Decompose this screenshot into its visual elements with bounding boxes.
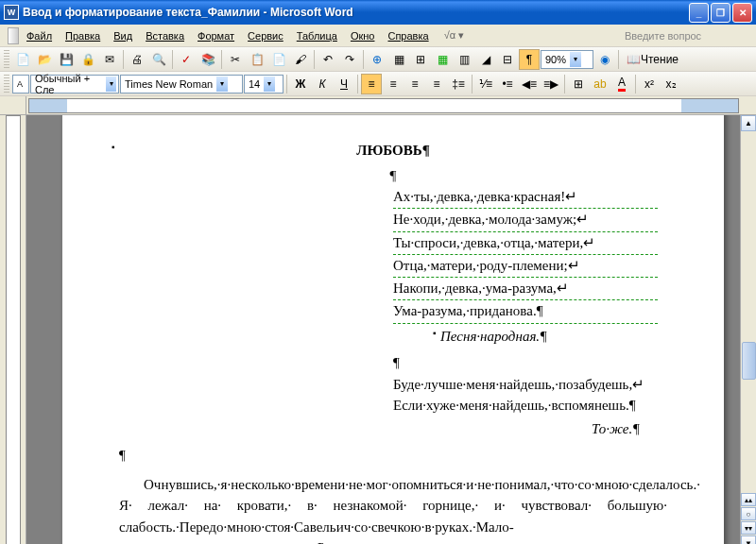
horizontal-ruler[interactable] xyxy=(28,98,739,113)
poem-source[interactable]: Песня·народная.¶ xyxy=(440,326,667,348)
docmap-button[interactable]: ⊟ xyxy=(497,49,518,70)
save-button[interactable]: 💾 xyxy=(56,49,77,70)
read-mode-button[interactable]: 📖 Чтение xyxy=(622,49,683,70)
hyperlink-button[interactable]: ⊕ xyxy=(367,49,387,70)
format-painter-button[interactable]: 🖌 xyxy=(290,49,311,70)
minimize-button[interactable]: _ xyxy=(689,3,709,23)
window-controls: _ ❐ ✕ xyxy=(689,3,752,23)
menu-edit[interactable]: Правка xyxy=(60,28,106,43)
close-button[interactable]: ✕ xyxy=(732,3,752,23)
preview-button[interactable]: 🔍 xyxy=(148,49,169,70)
poem-line[interactable]: Ума-разума,·приданова.¶ xyxy=(393,300,658,323)
help-button[interactable]: ◉ xyxy=(594,49,615,70)
vertical-ruler[interactable] xyxy=(0,115,26,544)
borders-button[interactable]: ⊞ xyxy=(568,74,589,94)
permission-button[interactable]: 🔒 xyxy=(77,49,98,70)
zoom-combo[interactable]: 90%▾ xyxy=(541,50,593,69)
align-center-button[interactable]: ≡ xyxy=(383,74,404,94)
menu-file[interactable]: Файл xyxy=(21,28,58,43)
columns-button[interactable]: ▥ xyxy=(454,49,474,70)
redo-button[interactable]: ↷ xyxy=(339,49,360,70)
insert-table-button[interactable]: ⊞ xyxy=(410,49,431,70)
empty-paragraph[interactable]: ¶ xyxy=(119,165,667,187)
heading[interactable]: ЛЮБОВЬ¶ xyxy=(119,140,667,162)
menubar: Файл Правка Вид Вставка Формат Сервис Та… xyxy=(0,25,756,47)
undo-button[interactable]: ↶ xyxy=(318,49,338,70)
poem2-block[interactable]: Буде·лучше·меня·найдешь,·позабудешь,↵ Ес… xyxy=(393,374,667,416)
scroll-thumb[interactable] xyxy=(742,342,756,380)
show-formatting-button[interactable]: ¶ xyxy=(519,49,540,70)
empty-paragraph[interactable]: ¶ xyxy=(393,352,667,374)
browse-object-button[interactable]: ○ xyxy=(741,507,756,520)
standard-toolbar: 📄 📂 💾 🔒 ✉ 🖨 🔍 ✓ 📚 ✂ 📋 📄 🖌 ↶ ↷ ⊕ ▦ ⊞ ▦ ▥ … xyxy=(0,47,756,72)
toolbar-grip[interactable] xyxy=(4,75,9,94)
window-title: Ввод и форматирование текста_Фамилии - M… xyxy=(23,6,689,19)
line-spacing-button[interactable]: ‡≡ xyxy=(448,74,469,94)
numbering-button[interactable]: ⅟≡ xyxy=(475,74,496,94)
poem-line[interactable]: Отца,·матери,·роду-племени;↵ xyxy=(393,255,658,278)
spellcheck-button[interactable]: ✓ xyxy=(176,49,197,70)
poem-line[interactable]: Если·хуже·меня·найдешь,·вспомянешь.¶ xyxy=(393,395,667,416)
underline-button[interactable]: Ч xyxy=(334,74,354,94)
empty-paragraph[interactable]: ¶ xyxy=(119,445,667,467)
scroll-up-button[interactable]: ▲ xyxy=(741,115,756,131)
paste-button[interactable]: 📄 xyxy=(268,49,289,70)
new-doc-button[interactable]: 📄 xyxy=(12,49,33,70)
align-left-button[interactable]: ≡ xyxy=(361,74,382,94)
poem2-source[interactable]: То·же.¶ xyxy=(592,418,667,440)
superscript-button[interactable]: x² xyxy=(639,74,660,94)
align-right-button[interactable]: ≡ xyxy=(404,74,425,94)
decrease-indent-button[interactable]: ◀≡ xyxy=(519,74,540,94)
poem-line[interactable]: Ты·спроси,·девка,·отца,·матери,↵ xyxy=(393,232,658,255)
font-combo[interactable]: Times New Roman▾ xyxy=(120,75,243,94)
document-content[interactable]: ЛЮБОВЬ¶ ¶ Ах·ты,·девка,·девка·красная!↵ … xyxy=(119,140,667,544)
menu-window[interactable]: Окно xyxy=(345,28,381,43)
page[interactable]: ЛЮБОВЬ¶ ¶ Ах·ты,·девка,·девка·красная!↵ … xyxy=(62,115,724,544)
italic-button[interactable]: К xyxy=(312,74,333,94)
increase-indent-button[interactable]: ≡▶ xyxy=(541,74,561,94)
question-box[interactable]: Введите вопрос xyxy=(616,27,748,44)
menu-help[interactable]: Справка xyxy=(382,28,434,43)
print-button[interactable]: 🖨 xyxy=(127,49,147,70)
ruler-corner[interactable] xyxy=(0,96,26,114)
scroll-down-button[interactable]: ▼ xyxy=(741,536,756,544)
cut-button[interactable]: ✂ xyxy=(225,49,246,70)
poem-block[interactable]: Ах·ты,·девка,·девка·красная!↵ Не·ходи,·д… xyxy=(393,186,658,324)
menu-view[interactable]: Вид xyxy=(108,28,138,43)
document-area[interactable]: ЛЮБОВЬ¶ ¶ Ах·ты,·девка,·девка·красная!↵ … xyxy=(26,115,756,544)
bold-button[interactable]: Ж xyxy=(290,74,311,94)
menu-insert[interactable]: Вставка xyxy=(140,28,190,43)
poem-line[interactable]: Не·ходи,·девка,·молода·замуж;↵ xyxy=(393,209,658,231)
email-button[interactable]: ✉ xyxy=(99,49,120,70)
body-paragraph[interactable]: Очнувшись,·я·несколько·времени·не·мог·оп… xyxy=(119,474,667,545)
menu-format[interactable]: Формат xyxy=(192,28,240,43)
maximize-button[interactable]: ❐ xyxy=(711,3,730,23)
styles-pane-button[interactable]: A xyxy=(12,75,29,94)
poem-line[interactable]: Ах·ты,·девка,·девка·красная!↵ xyxy=(393,186,658,209)
highlight-button[interactable]: ab xyxy=(590,74,610,94)
drawing-button[interactable]: ◢ xyxy=(475,49,496,70)
prev-page-button[interactable]: ▴▴ xyxy=(741,493,756,506)
vertical-scrollbar[interactable]: ▲ ▴▴ ○ ▾▾ ▼ xyxy=(740,115,756,544)
poem-line[interactable]: Буде·лучше·меня·найдешь,·позабудешь,↵ xyxy=(393,374,667,396)
excel-button[interactable]: ▦ xyxy=(432,49,453,70)
menu-tools[interactable]: Сервис xyxy=(242,28,289,43)
fontsize-combo[interactable]: 14▾ xyxy=(244,75,284,94)
align-justify-button[interactable]: ≡ xyxy=(426,74,447,94)
next-page-button[interactable]: ▾▾ xyxy=(741,521,756,535)
tables-borders-button[interactable]: ▦ xyxy=(388,49,409,70)
subscript-button[interactable]: x₂ xyxy=(661,74,681,94)
copy-button[interactable]: 📋 xyxy=(247,49,267,70)
ruler-row xyxy=(0,96,756,115)
toolbar-grip[interactable] xyxy=(4,50,9,69)
titlebar: W Ввод и форматирование текста_Фамилии -… xyxy=(0,0,756,25)
formula-input[interactable]: √α ▾ xyxy=(440,28,468,43)
style-combo[interactable]: Обычный + Сле▾ xyxy=(30,75,119,94)
bullets-button[interactable]: •≡ xyxy=(497,74,518,94)
font-color-button[interactable]: A xyxy=(611,74,632,94)
open-button[interactable]: 📂 xyxy=(34,49,55,70)
menu-table[interactable]: Таблица xyxy=(291,28,343,43)
word-doc-icon[interactable] xyxy=(8,27,19,44)
poem-line[interactable]: Накопи,·девка,·ума-разума,↵ xyxy=(393,278,658,300)
research-button[interactable]: 📚 xyxy=(198,49,218,70)
